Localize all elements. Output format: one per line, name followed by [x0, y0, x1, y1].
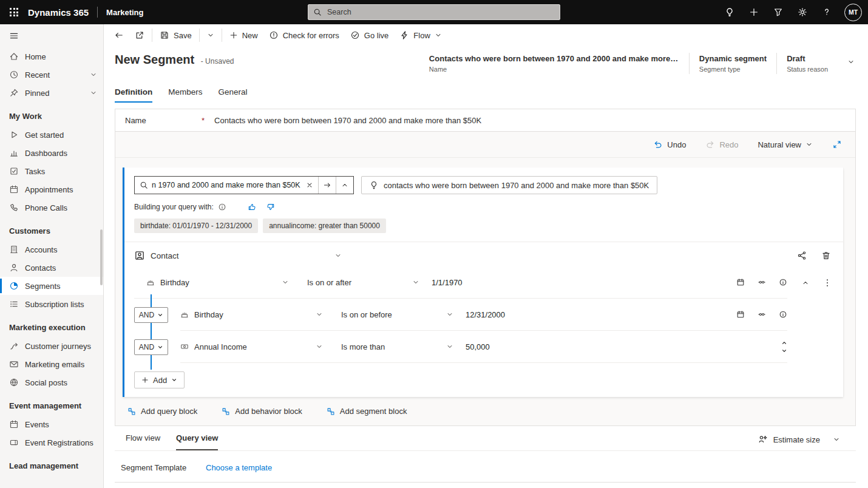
back-button[interactable]: [109, 26, 129, 44]
attribute-dropdown[interactable]: Birthday: [146, 278, 289, 287]
estimate-size-button[interactable]: Estimate size: [754, 434, 844, 450]
attribute-dropdown[interactable]: Annual Income: [180, 342, 323, 351]
date-picker-button[interactable]: [736, 278, 745, 286]
value-field[interactable]: 12/31/2000: [466, 310, 729, 319]
undo-button[interactable]: Undo: [649, 139, 690, 150]
query-term-chip[interactable]: birthdate: 01/01/1970 - 12/31/2000: [134, 219, 258, 233]
header-name-label: Name: [429, 66, 679, 73]
quick-ideas-button[interactable]: [717, 0, 742, 24]
logic-operator-dropdown[interactable]: AND: [134, 307, 168, 323]
sidebar-item-home[interactable]: Home: [0, 47, 103, 66]
save-split-chevron-button[interactable]: [202, 26, 220, 44]
globe-icon: [9, 378, 19, 387]
popout-button[interactable]: [129, 26, 150, 44]
header-expand-button[interactable]: [844, 58, 858, 66]
spinner-down-button[interactable]: [781, 348, 787, 354]
sidebar-item-phone-calls[interactable]: Phone Calls: [0, 198, 103, 217]
sidebar-item-get-started[interactable]: Get started: [0, 126, 103, 144]
add-query-block-button[interactable]: Add query block: [124, 406, 201, 416]
add-segment-block-button[interactable]: Add segment block: [323, 406, 411, 416]
tab-flow-view[interactable]: Flow view: [126, 433, 160, 450]
save-button[interactable]: Save: [154, 26, 197, 44]
fullscreen-button[interactable]: [829, 139, 846, 150]
phone-icon: [9, 203, 19, 212]
thumbs-down-button[interactable]: [266, 203, 275, 211]
operator-dropdown[interactable]: Is more than: [341, 342, 453, 351]
help-button[interactable]: [815, 0, 839, 24]
tab-definition[interactable]: Definition: [115, 87, 152, 103]
delete-block-button[interactable]: [821, 251, 831, 260]
sidebar-scrollbar-thumb[interactable]: [100, 229, 103, 285]
sidebar-item-marketing-emails[interactable]: Marketing emails: [0, 355, 103, 373]
sidebar-item-contacts[interactable]: Contacts: [0, 259, 103, 277]
new-label: New: [242, 31, 258, 40]
plus-icon: [141, 376, 149, 384]
clear-query-button[interactable]: [301, 177, 318, 194]
operator-dropdown[interactable]: Is on or after: [307, 278, 419, 287]
flow-button[interactable]: Flow: [394, 26, 447, 44]
user-avatar[interactable]: MT: [844, 4, 862, 21]
filter-button[interactable]: [766, 0, 790, 24]
query-term-chips: birthdate: 01/01/1970 - 12/31/2000 annua…: [134, 219, 833, 233]
birthday-cake-icon: [146, 278, 155, 286]
relate-block-button[interactable]: [797, 251, 807, 260]
check-for-errors-button[interactable]: Check for errors: [263, 26, 345, 44]
save-icon: [160, 30, 169, 40]
collapse-assist-button[interactable]: [336, 177, 353, 194]
operator-dropdown[interactable]: Is on or before: [341, 310, 453, 319]
redo-button[interactable]: Redo: [702, 139, 742, 150]
row-info-button[interactable]: [779, 310, 787, 319]
submit-query-button[interactable]: [319, 177, 336, 194]
collapse-block-button[interactable]: [802, 279, 809, 286]
date-picker-button[interactable]: [736, 310, 745, 319]
spinner-up-button[interactable]: [781, 340, 787, 346]
add-behavior-block-button[interactable]: Add behavior block: [218, 406, 306, 416]
sidebar-item-appointments[interactable]: Appointments: [0, 180, 103, 198]
area-switcher[interactable]: Marketing: [106, 8, 143, 17]
sidebar-item-recent[interactable]: Recent: [0, 66, 103, 84]
go-live-button[interactable]: Go live: [345, 26, 394, 44]
global-search-input[interactable]: [326, 7, 555, 17]
tab-members[interactable]: Members: [168, 87, 202, 103]
chevron-down-icon[interactable]: [90, 89, 97, 97]
logic-operator-dropdown[interactable]: AND: [134, 339, 168, 355]
row-more-button[interactable]: [822, 278, 832, 288]
attribute-dropdown[interactable]: Birthday: [180, 310, 323, 319]
sidebar-item-social-posts[interactable]: Social posts: [0, 373, 103, 391]
row-info-button[interactable]: [779, 278, 787, 286]
sidebar-item-event-registrations[interactable]: Event Registrations: [0, 433, 103, 452]
sidebar-item-dashboards[interactable]: Dashboards: [0, 144, 103, 162]
new-button[interactable]: New: [224, 26, 263, 44]
value-field[interactable]: 1/1/1970: [432, 278, 729, 287]
global-search[interactable]: [308, 4, 560, 20]
chevron-down-icon: [833, 436, 840, 443]
natural-language-input[interactable]: [152, 177, 301, 194]
sidebar-item-accounts[interactable]: Accounts: [0, 240, 103, 259]
waffle-menu-button[interactable]: [0, 0, 28, 24]
view-selector-dropdown[interactable]: Natural view: [754, 140, 816, 150]
sidebar-item-tasks[interactable]: Tasks: [0, 162, 103, 180]
thumbs-up-button[interactable]: [248, 203, 256, 211]
range-toggle-button[interactable]: [758, 310, 766, 319]
entity-dropdown[interactable]: Contact: [134, 250, 342, 261]
sitemap-toggle-button[interactable]: [0, 24, 103, 47]
sidebar-item-customer-journeys[interactable]: Customer journeys: [0, 337, 103, 355]
tab-general[interactable]: General: [219, 87, 248, 103]
settings-button[interactable]: [790, 0, 815, 24]
sidebar-item-pinned[interactable]: Pinned: [0, 84, 103, 102]
query-term-chip[interactable]: annualincome: greater than 50000: [263, 219, 386, 233]
value-field[interactable]: 50,000: [466, 342, 774, 351]
query-suggestion-chip[interactable]: contacts who were born between 1970 and …: [361, 176, 657, 194]
chevron-down-icon[interactable]: [90, 71, 97, 78]
sidebar-item-events[interactable]: Events: [0, 415, 103, 433]
sidebar-item-segments[interactable]: Segments: [0, 277, 103, 295]
choose-template-link[interactable]: Choose a template: [206, 463, 272, 472]
hamburger-icon: [9, 31, 19, 41]
range-toggle-button[interactable]: [758, 278, 766, 286]
info-icon[interactable]: [218, 203, 226, 211]
tab-query-view[interactable]: Query view: [176, 433, 218, 450]
quick-create-button[interactable]: [742, 0, 766, 24]
name-field-value[interactable]: Contacts who were born between 1970 and …: [214, 116, 481, 125]
add-condition-button[interactable]: Add: [134, 371, 185, 388]
sidebar-item-subscription-lists[interactable]: Subscription lists: [0, 295, 103, 313]
